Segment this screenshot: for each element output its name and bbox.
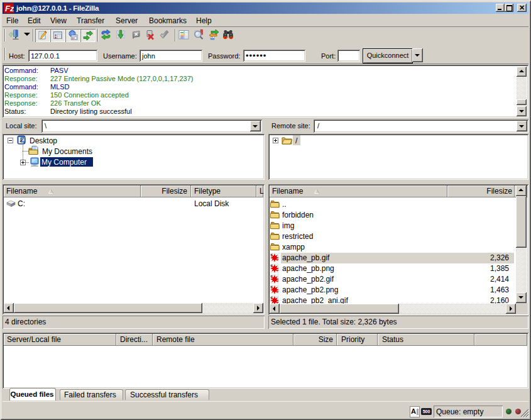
svg-text:Fz: Fz (5, 4, 14, 13)
